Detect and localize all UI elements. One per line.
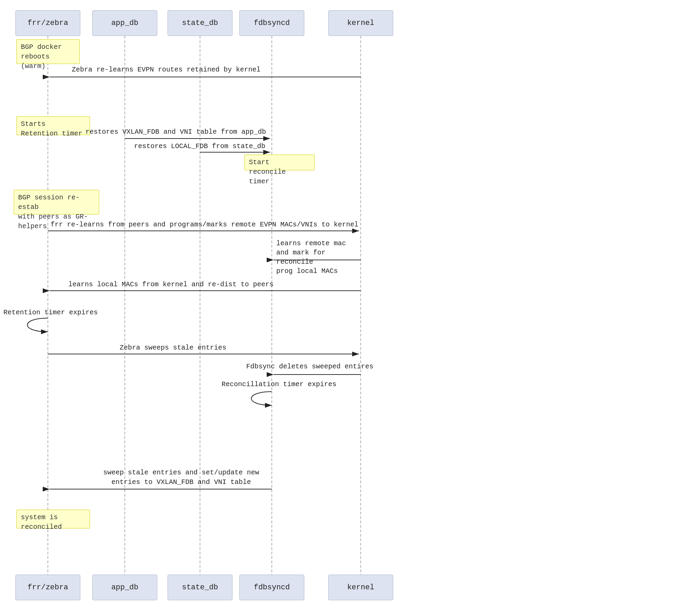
note-system-reconciled: system is reconciled [16,510,90,528]
label-arrow2: restores VXLAN_FDB and VNI table from ap… [85,128,266,136]
participant-app-db-bottom: app_db [92,575,157,600]
label-arrow11: sweep stale entries and set/update newen… [85,468,277,487]
participant-frr-zebra-top: frr/zebra [15,10,80,36]
arrows-layer [0,0,678,616]
label-arrow7: Retention timer expires [3,309,98,316]
label-arrow9: Fdbsync deletes sweeped entires [246,363,373,370]
label-arrow4: frr re-learns from peers and programs/ma… [51,221,358,228]
participant-state-db-top: state_db [168,10,232,36]
label-arrow3: restores LOCAL_FDB from state_db [134,142,265,150]
note-start-reconcile: Start reconcile timer [244,155,315,170]
sequence-diagram: frr/zebra app_db state_db fdbsyncd kerne… [0,0,678,616]
label-arrow10: Reconcillation timer expires [222,380,336,388]
note-starts-retention: Starts Retention timer [16,116,90,135]
label-arrow8: Zebra sweeps stale entries [120,344,226,352]
participant-state-db-bottom: state_db [168,575,232,600]
note-bgp-session: BGP session re-estabwith peers as GR-hel… [14,190,99,214]
note-bgp-reboot: BGP dockerreboots (warm) [16,39,80,64]
label-arrow5: learns remote macand mark for reconcilep… [276,239,362,276]
participant-fdbsyncd-bottom: fdbsyncd [239,575,304,600]
participant-kernel-top: kernel [328,10,393,36]
label-arrow6: learns local MACs from kernel and re-dis… [68,280,274,288]
participant-kernel-bottom: kernel [328,575,393,600]
participant-frr-zebra-bottom: frr/zebra [15,575,80,600]
participant-fdbsyncd-top: fdbsyncd [239,10,304,36]
participant-app-db-top: app_db [92,10,157,36]
label-arrow1: Zebra re-learns EVPN routes retained by … [72,66,261,74]
